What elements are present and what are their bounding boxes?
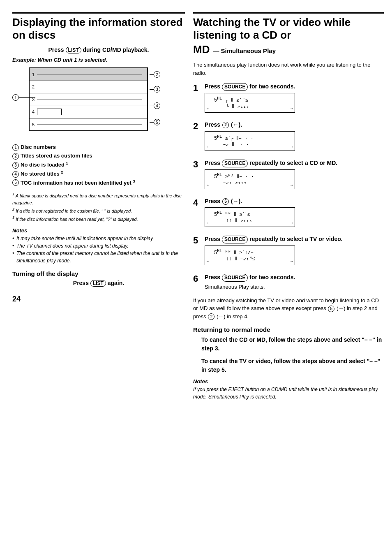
turning-off-title: Turning off the display <box>12 270 185 277</box>
step-2-content: Press 2 (←). ← 5HL ≥·┌ Ⅱ– · · –↙ Ⅱ · · → <box>205 121 384 155</box>
legend-item-3: 3 No disc is loaded 1 <box>12 160 185 169</box>
row4-box <box>37 109 62 115</box>
row4-dash <box>37 109 142 115</box>
press-again-suffix: again. <box>108 280 124 286</box>
step-2-arrow-left: ← <box>207 145 209 149</box>
extra-circle-2: 2 <box>208 313 214 320</box>
diagram-row-1: 1 <box>30 68 147 81</box>
step-3-content: Press SOURCE repeatedly to select a CD o… <box>205 159 384 193</box>
row5-text: 5 <box>32 122 35 127</box>
step-1-display: ← 5HL ┌ Ⅱ ≥· ·≤ └ Ⅱ ↗₁₁₅ → <box>205 93 295 113</box>
step-3: 3 Press SOURCE repeatedly to select a CD… <box>193 159 384 193</box>
step-4-display: ← 5HL ᴹᴺ Ⅱ ≥··≤ ↑↑ Ⅱ ↗₁₁₅ → <box>205 207 295 227</box>
extra-circle-5: 5 <box>328 306 334 312</box>
step-6-instruction: Press SOURCE for two seconds. <box>205 273 384 282</box>
step-5-number: 5 <box>193 235 201 246</box>
legend-item-4: 4 No stored titles 2 <box>12 169 185 178</box>
step-4-arrow-right: → <box>291 221 293 225</box>
callout-4: 4 <box>150 102 160 109</box>
step-2-number: 2 <box>193 121 201 132</box>
step-6-btn: SOURCE <box>222 274 248 282</box>
step-4: 4 Press 5 (→). ← 5HL ᴹᴺ Ⅱ ≥··≤ ↑↑ Ⅱ ↗₁₁₅… <box>193 197 384 232</box>
returning-step-2: To cancel the TV or video, follow the st… <box>193 357 384 374</box>
md-sub: — Simultaneous Play <box>213 47 276 54</box>
step-5-arrow-right: → <box>291 259 293 264</box>
list-button: LIST <box>66 47 81 53</box>
step-1-line-2: └ Ⅱ ↗₁₁₅ <box>214 103 249 109</box>
callout-2-line <box>150 74 154 75</box>
press-list-instruction: Press LIST during CD/MD playback. <box>12 46 185 53</box>
legend: 1 Disc numbers 2 Titles stored as custom… <box>12 143 185 188</box>
press-word: Press <box>48 46 64 53</box>
step-3-arrow-right: → <box>291 183 293 188</box>
callout-3-line <box>150 89 154 90</box>
legend-circle-4: 4 <box>12 171 19 178</box>
legend-circle-5: 5 <box>12 179 19 186</box>
callout-4-circle: 4 <box>154 102 160 109</box>
press-again-word: Press <box>73 280 89 286</box>
step-4-btn-circle: 5 <box>222 198 229 205</box>
step-5-display: ← 5HL ᴹᴺ Ⅱ ≥·↑/– ↑↑ Ⅱ –↙₁ᴺ≤ → <box>205 246 295 265</box>
step-2-display: ← 5HL ≥·┌ Ⅱ– · · –↙ Ⅱ · · → <box>205 131 295 151</box>
step-2-instruction: Press 2 (←). <box>205 121 384 129</box>
footnote-1: 1 A blank space is displayed next to a d… <box>12 192 185 206</box>
legend-circle-2: 2 <box>12 153 19 160</box>
returning-step-1: To cancel the CD or MD, follow the steps… <box>193 336 384 353</box>
step-1-instruction: Press SOURCE for two seconds. <box>205 83 384 91</box>
step-4-display-content: 5HL ᴹᴺ Ⅱ ≥··≤ ↑↑ Ⅱ ↗₁₁₅ <box>208 211 291 224</box>
step-1-display-content: 5HL ┌ Ⅱ ≥· ·≤ └ Ⅱ ↗₁₁₅ <box>208 96 291 109</box>
left-title-bar: Displaying the information stored on dis… <box>12 12 185 42</box>
step-2-line-2: –↙ Ⅱ · · <box>214 141 249 148</box>
callout-1-line <box>19 97 35 98</box>
step-4-arrow-left: ← <box>207 221 209 225</box>
step-2: 2 Press 2 (←). ← 5HL ≥·┌ Ⅱ– · · –↙ Ⅱ · ·… <box>193 121 384 155</box>
footnotes: 1 A blank space is displayed next to a d… <box>12 192 185 222</box>
step-3-arrow-left: ← <box>207 183 209 188</box>
legend-item-1: 1 Disc numbers <box>12 143 185 152</box>
footnote-2: 2 If a title is not registered in the cu… <box>12 207 185 214</box>
step-3-btn: SOURCE <box>222 160 248 167</box>
left-column: Displaying the information stored on dis… <box>12 12 185 544</box>
step-3-instruction: Press SOURCE repeatedly to select a CD o… <box>205 159 384 167</box>
step-4-line-1: 5HL ᴹᴺ Ⅱ ≥··≤ <box>214 211 250 218</box>
left-section-title: Displaying the information stored on dis… <box>12 16 185 42</box>
step-2-btn-circle: 2 <box>222 122 229 128</box>
right-notes: Notes If you press the EJECT button on a… <box>193 378 384 401</box>
step-5-btn: SOURCE <box>222 236 248 243</box>
step-5-line-1: 5HL ᴹᴺ Ⅱ ≥·↑/– <box>214 249 254 256</box>
callout-3-circle: 3 <box>154 86 160 93</box>
step-4-content: Press 5 (→). ← 5HL ᴹᴺ Ⅱ ≥··≤ ↑↑ Ⅱ ↗₁₁₅ → <box>205 197 384 232</box>
left-notes: Notes It may take some time until all in… <box>12 227 185 264</box>
step-1-number: 1 <box>193 83 201 93</box>
callout-5-line <box>150 122 154 123</box>
step-1-content: Press SOURCE for two seconds. ← 5HL ┌ Ⅱ … <box>205 83 384 117</box>
row4-text: 4 <box>32 109 35 114</box>
step-4-line-2: ↑↑ Ⅱ ↗₁₁₅ <box>214 218 252 224</box>
extra-paragraph: If you are already watching the TV or vi… <box>193 297 384 321</box>
step-5-display-content: 5HL ᴹᴺ Ⅱ ≥·↑/– ↑↑ Ⅱ –↙₁ᴺ≤ <box>208 249 291 262</box>
legend-text-5: TOC information has not been identified … <box>21 178 135 188</box>
legend-item-2: 2 Titles stored as custom files <box>12 152 185 160</box>
step-6: 6 Press SOURCE for two seconds. Simultan… <box>193 273 384 292</box>
callout-2-circle: 2 <box>154 71 160 78</box>
legend-text-4: No stored titles 2 <box>21 169 63 178</box>
press-again-instruction: Press LIST again. <box>12 280 185 287</box>
step-3-display: ← 5HL ≥ᴹᴬ Ⅱ– · · –↙₁ ↗₁₁₅ → <box>205 169 295 189</box>
right-title-bar: Watching the TV or video while listening… <box>193 12 384 56</box>
row2-text: 2 <box>32 84 35 89</box>
step-6-content: Press SOURCE for two seconds. Simultaneo… <box>205 273 384 292</box>
step-5: 5 Press SOURCE repeatedly to select a TV… <box>193 235 384 269</box>
step-3-line-1: 5HL ≥ᴹᴬ Ⅱ– · · <box>214 173 254 180</box>
right-column: Watching the TV or video while listening… <box>193 12 384 544</box>
returning-section: Returning to normal mode To cancel the C… <box>193 326 384 374</box>
row3-dash <box>37 99 142 100</box>
list-button-2: LIST <box>90 280 106 287</box>
legend-circle-3: 3 <box>12 162 19 169</box>
legend-text-1: Disc numbers <box>21 143 56 152</box>
step-2-arrow-right: → <box>291 145 293 149</box>
md-label: MD <box>193 43 210 56</box>
row1-text: 1 <box>32 72 35 77</box>
step-1-btn: SOURCE <box>222 83 248 91</box>
step-1-arrow-left: ← <box>207 107 209 111</box>
callout-3: 3 <box>150 86 160 93</box>
